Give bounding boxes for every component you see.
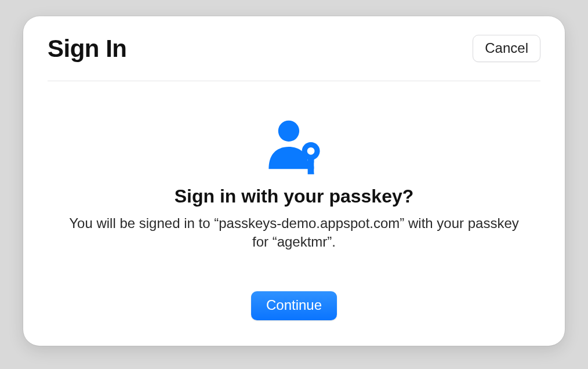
svg-point-2 [307, 147, 315, 155]
svg-rect-3 [308, 158, 314, 174]
sign-in-dialog: Sign In Cancel Sign in with your passkey… [23, 16, 565, 346]
passkey-icon [262, 117, 326, 178]
svg-rect-4 [314, 162, 318, 166]
dialog-body: Sign in with your passkey? You will be s… [48, 81, 540, 320]
dialog-header: Sign In Cancel [48, 16, 540, 81]
svg-point-0 [278, 121, 299, 142]
dialog-title: Sign In [48, 35, 127, 63]
prompt-subtitle: You will be signed in to “passkeys-demo.… [68, 214, 520, 252]
svg-rect-5 [314, 169, 318, 172]
prompt-title: Sign in with your passkey? [175, 186, 414, 207]
continue-button[interactable]: Continue [251, 291, 337, 320]
cancel-button[interactable]: Cancel [473, 35, 540, 62]
